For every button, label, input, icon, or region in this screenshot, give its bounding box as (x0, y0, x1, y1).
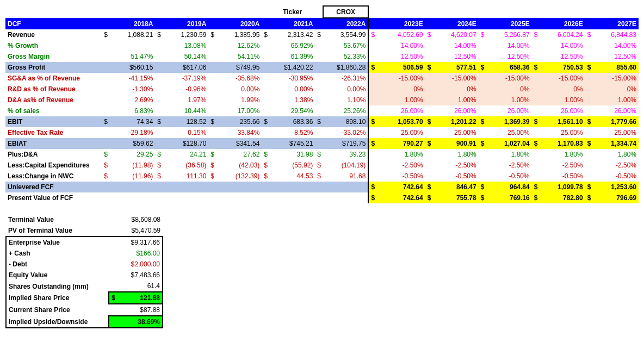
ticker-value[interactable]: CROX (323, 6, 368, 18)
ticker-label: Ticker (270, 6, 315, 18)
row-upside: Implied Upside/Downside38.69% (6, 316, 163, 328)
row-growth: % Growth13.08%12.62%66.92%53.67% 14.00%1… (5, 40, 639, 51)
row-shares: Shares Outstanding (mm)61.4 (6, 281, 163, 292)
row-gross-profit: Gross Profit$560.15$617.06$749.95$1,420.… (5, 62, 639, 73)
row-implied-price: Implied Share Price$121.88 (6, 292, 163, 304)
row-pct-sales: % of sales6.83%10.44%17.00%29.54%25.26% … (5, 105, 639, 116)
row-plus-da: Plus:D&A$29.25$24.21$27.62$31.98$39.23 1… (5, 149, 639, 160)
row-pv-fcf: Present Value of FCF $742.64$755.78$769.… (5, 192, 639, 203)
year-header: DCF 2018A2019A2020A2021A2022A 2023E2024E… (5, 18, 639, 29)
row-ev: Enterprise Value$9,317.66 (6, 236, 163, 248)
row-pv-terminal: PV of Terminal Value$5,470.59 (6, 225, 163, 236)
row-ebit: EBIT$74.34$128.52$235.66$683.36$898.10 $… (5, 116, 639, 127)
row-tax: Effective Tax Rate-29.18%0.15%33.84%8.52… (5, 127, 639, 138)
row-cash: + Cash$166.00 (6, 248, 163, 259)
row-sga: SG&A as % of Revenue-41.15%-37.19%-35.68… (5, 73, 639, 84)
row-equity: Equity Value$7,483.66 (6, 270, 163, 281)
row-ebiat: EBIAT$59.62$128.70$341.54$745.21$719.75 … (5, 138, 639, 149)
row-capex: Less:Capital Expenditures$(11.98)$(36.58… (5, 160, 639, 171)
dcf-header: DCF (5, 18, 102, 29)
row-da: D&A as% of Revenue2.69%1.97%1.99%1.38%1.… (5, 95, 639, 105)
valuation-summary: Terminal Value$8,608.08 PV of Terminal V… (5, 214, 163, 328)
ticker-row: TickerCROX (5, 6, 639, 18)
row-nwc: Less:Change in NWC$(11.96)$111.30$(132.3… (5, 171, 639, 182)
row-gross-margin: Gross Margin51.47%50.14%54.11%61.39%52.3… (5, 51, 639, 62)
dcf-model: TickerCROX DCF 2018A2019A2020A2021A2022A… (5, 5, 639, 203)
row-ufcf: Unlevered FCF $742.64$846.47$964.84$1,09… (5, 182, 639, 192)
row-debt: - Debt$2,000.00 (6, 259, 163, 270)
row-revenue: Revenue $1,088.21$1,230.59$1,385.95$2,31… (5, 29, 639, 40)
row-terminal-value: Terminal Value$8,608.08 (6, 214, 163, 225)
row-current-price: Current Share Price$87.88 (6, 304, 163, 316)
row-rnd: R&D as % of Revenue-1.30%-0.96%0.00%0.00… (5, 84, 639, 95)
